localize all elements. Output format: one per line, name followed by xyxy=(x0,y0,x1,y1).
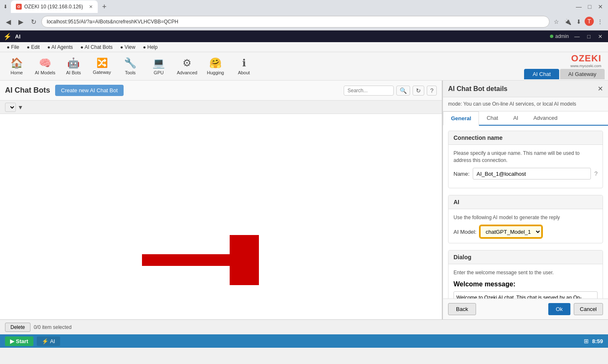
ozeki-sub: www.myozeki.com xyxy=(570,64,601,68)
hugging-icon: 🤗 xyxy=(209,57,222,69)
right-panel: AI Chat Bot details ✕ mode: You can use … xyxy=(443,81,608,319)
app-maximize-btn[interactable]: □ xyxy=(585,33,593,40)
menu-bar: ● File ● Edit ● AI Agents ● AI Chat Bots… xyxy=(0,42,608,52)
ai-models-icon: 🧠 xyxy=(39,57,51,69)
admin-indicator: admin xyxy=(550,33,569,39)
list-dropdown-icon[interactable]: ▼ xyxy=(18,104,23,111)
tab-title: OZEKI 10 (192.168.0.126) xyxy=(24,4,83,10)
back-btn[interactable]: ◀ xyxy=(3,16,13,28)
search-input[interactable] xyxy=(344,86,394,96)
browser-tab[interactable]: O OZEKI 10 (192.168.0.126) ✕ xyxy=(11,0,98,13)
toolbar-tools[interactable]: 🔧 Tools xyxy=(117,54,144,78)
star-btn[interactable]: ☆ xyxy=(552,17,561,27)
welcome-msg-label: Welcome message: xyxy=(453,281,515,288)
connection-name-desc: Please specify a unique name. This name … xyxy=(453,150,598,164)
hugging-label: Hugging xyxy=(207,70,224,75)
tab-general[interactable]: General xyxy=(443,111,479,126)
ok-button[interactable]: Ok xyxy=(548,303,570,315)
tab-advanced[interactable]: Advanced xyxy=(526,111,565,125)
refresh-btn[interactable]: ↻ xyxy=(28,16,39,28)
toolbar: 🏠 Home 🧠 AI Models 🤖 AI Bots 🔀 Gateway 🔧… xyxy=(0,52,608,81)
status-bar: ▶ Start ⚡ AI ⊞ 8:59 xyxy=(0,334,608,348)
menu-ai-chat-bots[interactable]: ● AI Chat Bots xyxy=(77,43,116,51)
forward-btn[interactable]: ▶ xyxy=(16,16,26,28)
status-time: 8:59 xyxy=(592,338,603,344)
minimize-btn[interactable]: — xyxy=(575,3,583,11)
menu-file[interactable]: ● File xyxy=(3,43,23,51)
cancel-button[interactable]: Cancel xyxy=(574,303,603,315)
ai-model-select[interactable]: chatGPT_Model_1 xyxy=(480,225,542,238)
status-dot xyxy=(550,35,553,38)
advanced-label: Advanced xyxy=(177,70,198,75)
toolbar-advanced[interactable]: ⚙ Advanced xyxy=(174,54,200,78)
tab-close-btn[interactable]: ✕ xyxy=(89,4,93,10)
ai-bots-label: AI Bots xyxy=(66,70,81,75)
ozeki-logo: OZEKI xyxy=(570,53,601,64)
grid-icon: ⊞ xyxy=(584,338,589,344)
selected-info: 0/0 item selected xyxy=(34,324,72,330)
ai-status-btn[interactable]: ⚡ AI xyxy=(37,336,60,346)
app-close-btn[interactable]: ✕ xyxy=(596,33,605,40)
model-label: AI Model: xyxy=(453,229,476,235)
create-new-bot-btn[interactable]: Create new AI Chat Bot xyxy=(55,85,124,96)
toolbar-gpu[interactable]: 💻 GPU xyxy=(145,54,172,78)
refresh-list-btn[interactable]: ↻ xyxy=(413,86,424,96)
list-select[interactable] xyxy=(5,103,16,112)
maximize-btn[interactable]: □ xyxy=(585,3,594,11)
toolbar-about[interactable]: ℹ About xyxy=(231,54,257,78)
app-minimize-btn[interactable]: — xyxy=(572,33,582,40)
name-help-icon[interactable]: ? xyxy=(594,170,598,177)
list-controls: ▼ xyxy=(0,101,442,114)
menu-btn[interactable]: ⋮ xyxy=(595,17,605,27)
close-window-btn[interactable]: ✕ xyxy=(596,3,605,11)
left-panel-tools: 🔍 ↻ ? xyxy=(344,86,437,96)
ozeki-logo-area: OZEKI www.myozeki.com xyxy=(570,53,601,68)
ai-bots-icon: 🤖 xyxy=(67,57,80,69)
menu-view[interactable]: ● View xyxy=(117,43,139,51)
address-input[interactable] xyxy=(41,16,550,28)
tools-icon: 🔧 xyxy=(124,57,137,69)
dialog-desc: Enter the welcome message sent to the us… xyxy=(453,269,598,276)
home-icon: 🏠 xyxy=(10,57,23,69)
extensions-btn[interactable]: 🔌 xyxy=(562,17,573,27)
ai-section-desc: Use the following AI model to generate t… xyxy=(453,214,598,221)
toolbar-home[interactable]: 🏠 Home xyxy=(3,54,30,78)
help-btn[interactable]: ? xyxy=(427,86,437,96)
tab-ai-chat[interactable]: AI Chat xyxy=(524,69,559,79)
delete-btn[interactable]: Delete xyxy=(5,323,30,332)
toolbar-ai-models[interactable]: 🧠 AI Models xyxy=(32,54,58,78)
start-btn[interactable]: ▶ Start xyxy=(5,336,33,346)
name-input[interactable] xyxy=(473,168,591,179)
name-label: Name: xyxy=(453,171,469,177)
tab-chat[interactable]: Chat xyxy=(479,111,505,125)
right-panel-close-btn[interactable]: ✕ xyxy=(598,85,603,93)
address-bar: ◀ ▶ ↻ ☆ 🔌 ⬇ T ⋮ xyxy=(0,13,608,30)
connection-name-section: Connection name Please specify a unique … xyxy=(448,131,603,189)
menu-ai-agents[interactable]: ● AI Agents xyxy=(44,43,76,51)
download-btn[interactable]: ⬇ xyxy=(575,17,583,27)
app-titlebar: ⚡ AI admin — □ ✕ xyxy=(0,30,608,42)
ai-status-icon: ⚡ xyxy=(42,338,48,344)
back-button[interactable]: Back xyxy=(448,303,476,315)
dialog-section: Dialog Enter the welcome message sent to… xyxy=(448,250,603,298)
toolbar-ai-bots[interactable]: 🤖 AI Bots xyxy=(60,54,87,78)
browser-title-bar: ⬇ O OZEKI 10 (192.168.0.126) ✕ + — □ ✕ xyxy=(0,0,608,13)
panel-footer: Back Ok Cancel xyxy=(443,298,608,319)
connection-name-title: Connection name xyxy=(448,131,603,145)
profile-btn[interactable]: T xyxy=(585,17,594,26)
toolbar-hugging[interactable]: 🤗 Hugging xyxy=(202,54,229,78)
welcome-message-input[interactable]: Welcome to Ozeki AI chat. This chat is s… xyxy=(453,291,598,298)
search-btn[interactable]: 🔍 xyxy=(396,86,410,96)
menu-help[interactable]: ● Help xyxy=(139,43,161,51)
tab-ai-gateway[interactable]: AI Gateway xyxy=(560,69,605,79)
home-label: Home xyxy=(10,70,23,75)
advanced-icon: ⚙ xyxy=(182,57,192,69)
new-tab-button[interactable]: + xyxy=(99,2,109,12)
tab-ai[interactable]: AI xyxy=(506,111,526,125)
menu-edit[interactable]: ● Edit xyxy=(23,43,43,51)
start-icon: ▶ xyxy=(10,338,14,344)
toolbar-gateway[interactable]: 🔀 Gateway xyxy=(89,54,115,78)
tools-label: Tools xyxy=(125,70,136,75)
bot-list xyxy=(0,114,442,319)
right-panel-desc: mode: You can use On-line AI services, o… xyxy=(443,97,608,111)
